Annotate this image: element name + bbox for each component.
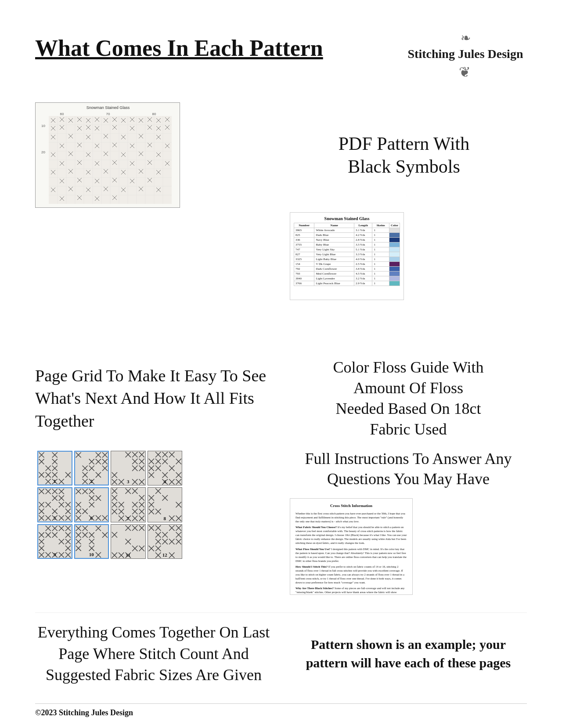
svg-text:20: 20: [41, 150, 45, 154]
floss-row: 3325Light Baby Blue4.0 Yds1: [294, 257, 400, 262]
instructions-title: Cross Stitch Information: [295, 503, 407, 509]
floss-table-title: Snowman Stained Glass: [294, 216, 400, 221]
floss-color-swatch: [389, 272, 400, 276]
page-grid-heading: Page Grid To Make It Easy To See What's …: [35, 365, 268, 432]
floss-cell: 1: [372, 243, 389, 247]
floss-cell: 1: [372, 257, 389, 262]
floss-cell: Dark Cornflower: [314, 267, 354, 272]
floss-cell: 1: [372, 272, 389, 276]
floss-cell: 825: [294, 233, 314, 238]
page-number-label: 6: [90, 515, 93, 521]
floss-cell: 3.1 Yds: [354, 228, 372, 233]
floss-guide-heading-col: Color Floss Guide With Amount Of Floss N…: [281, 353, 527, 439]
floss-row: 747Very Light Sky5.1 Yds1: [294, 247, 400, 252]
floss-cell: 3.3 Yds: [354, 252, 372, 257]
page-grid: 123456789101112: [35, 449, 184, 561]
floss-guide-text-col: [35, 212, 281, 221]
page-wrapper: What Comes In Each Pattern ❧ Stitching J…: [0, 0, 562, 728]
footer: ©2023 Stitching Jules Design: [35, 703, 527, 717]
floss-row: 336Navy Blue2.8 Yds1: [294, 238, 400, 243]
floss-cell: 3840: [294, 276, 314, 281]
floss-color-swatch: [389, 257, 400, 262]
floss-cell: Light Peacock Blue: [314, 281, 354, 286]
floss-guide-thumbnail: Snowman Stained Glass Number Name Length…: [290, 212, 404, 300]
floss-color-swatch: [389, 233, 400, 238]
floss-cell: Very Light Sky: [314, 247, 354, 252]
pattern-svg: Snowman Stained Glass 60 70 80: [36, 103, 180, 208]
floss-row: 3766Light Peacock Blue2.9 Yds1: [294, 281, 400, 286]
floss-row: 3865White Avocado3.1 Yds1: [294, 228, 400, 233]
pdf-pattern-text-col: PDF Pattern With Black Symbols: [281, 123, 527, 187]
page-thumbnail: 5: [37, 487, 72, 522]
floss-row: 3755Baby Blue3.5 Yds1: [294, 243, 400, 247]
pattern-image-col: Snowman Stained Glass 60 70 80: [35, 102, 281, 208]
svg-text:10: 10: [41, 124, 45, 128]
page-number-label: 3: [127, 479, 130, 484]
page-thumbnail: 8: [148, 487, 183, 522]
page-number-label: 2: [90, 478, 93, 484]
floss-cell: 1: [372, 247, 389, 252]
page-thumbnail: 10: [74, 524, 109, 559]
floss-color-swatch: [389, 281, 400, 286]
floss-row: 827Very Light Blue3.3 Yds1: [294, 252, 400, 257]
page-thumbnail: 12: [148, 524, 183, 559]
instructions-heading: Full Instructions To Answer Any Question…: [290, 449, 527, 490]
floss-row: 3840Light Lavender3.2 Yds1: [294, 276, 400, 281]
floss-cell: 2.9 Yds: [354, 281, 372, 286]
floss-cell: 154: [294, 262, 314, 267]
floss-cell: 3.5 Yds: [354, 243, 372, 247]
row-3: Page Grid To Make It Easy To See What's …: [35, 353, 527, 439]
floss-cell: 1: [372, 281, 389, 286]
floss-cell: 792: [294, 267, 314, 272]
page-number-label: 12: [162, 552, 167, 558]
pattern-note-col: Pattern shown is an example; your patter…: [290, 622, 527, 686]
svg-text:80: 80: [152, 112, 156, 116]
floss-cell: 1: [372, 267, 389, 272]
instructions-para-3: What Floss Should You Use? I designed th…: [295, 547, 407, 563]
instructions-para-4: How Should I Stitch This? If you prefer …: [295, 565, 407, 584]
floss-row: 154V Dk Grape2.5 Yds1: [294, 262, 400, 267]
page-grid-thumbnails-col: 123456789101112: [35, 449, 281, 561]
page-number-label: 9: [54, 552, 56, 557]
page-thumbnail: 6: [74, 487, 109, 522]
floss-color-swatch: [389, 247, 400, 252]
col-header-name: Name: [314, 223, 354, 228]
floss-col-right: Snowman Stained Glass Number Name Length…: [281, 212, 527, 300]
page-number-label: 1: [54, 478, 56, 484]
page-thumbnail: 7: [111, 487, 146, 522]
instructions-para-1: Whether this is the first cross stitch p…: [295, 511, 407, 523]
floss-cell: Very Light Blue: [314, 252, 354, 257]
floss-cell: 793: [294, 272, 314, 276]
floss-cell: 1: [372, 262, 389, 267]
page-title: What Comes In Each Pattern: [35, 26, 323, 62]
floss-cell: 2.5 Yds: [354, 262, 372, 267]
page-thumbnail: 9: [37, 524, 72, 559]
instructions-thumbnail: Cross Stitch Information Whether this is…: [290, 498, 413, 595]
floss-cell: 4.5 Yds: [354, 272, 372, 276]
row-1: Snowman Stained Glass 60 70 80: [35, 98, 527, 212]
floss-cell: 5.1 Yds: [354, 247, 372, 252]
page-number-label: 11: [126, 552, 130, 558]
floss-cell: 336: [294, 238, 314, 243]
page-number-label: 4: [164, 479, 166, 484]
last-page-text-col: Everything Comes Together On Last Page W…: [35, 622, 272, 686]
floss-cell: 1: [372, 233, 389, 238]
logo-swirl-top: ❧: [461, 31, 471, 45]
floss-cell: 747: [294, 247, 314, 252]
floss-cell: 2.8 Yds: [354, 238, 372, 243]
instructions-col: Full Instructions To Answer Any Question…: [281, 449, 527, 595]
page-thumbnail: 3: [111, 451, 146, 486]
col-header-number: Number: [294, 223, 314, 228]
last-page-heading: Everything Comes Together On Last Page W…: [35, 622, 272, 686]
logo-text: Stitching Jules Design: [408, 46, 523, 62]
floss-row: 793Med Cornflower4.5 Yds1: [294, 272, 400, 276]
page-number-label: 10: [89, 552, 94, 557]
page-grid-text-col: Page Grid To Make It Easy To See What's …: [35, 353, 281, 439]
floss-guide-heading: Color Floss Guide With Amount Of Floss N…: [333, 357, 484, 439]
svg-text:70: 70: [106, 112, 110, 116]
floss-cell: 1: [372, 276, 389, 281]
floss-color-swatch: [389, 228, 400, 233]
floss-cell: 3755: [294, 243, 314, 247]
svg-text:Snowman Stained Glass: Snowman Stained Glass: [86, 105, 130, 110]
page-thumbnail: 1: [37, 451, 72, 486]
